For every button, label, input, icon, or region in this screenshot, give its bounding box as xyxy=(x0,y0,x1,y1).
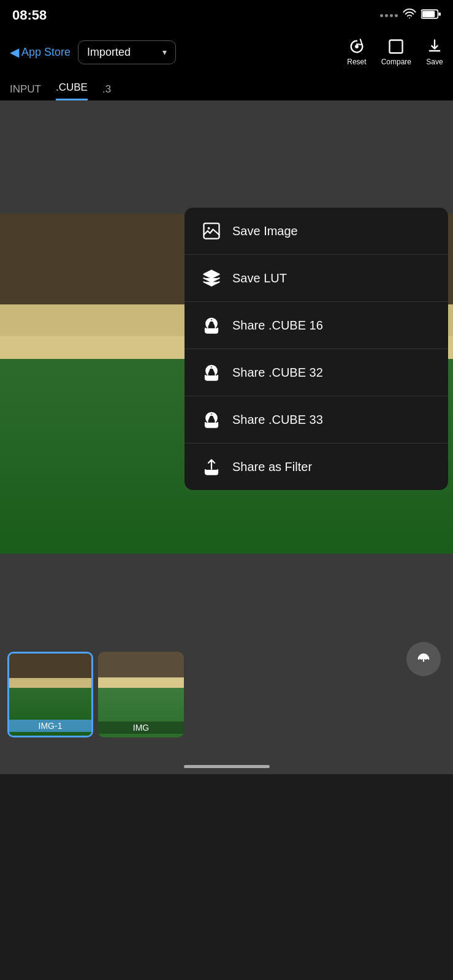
share-cube32-icon xyxy=(202,363,221,382)
bottom-area: IMG-1 IMG xyxy=(0,554,453,774)
save-button[interactable]: Save xyxy=(426,38,443,66)
dropdown-arrow-icon: ▾ xyxy=(162,47,167,57)
filmstrip-item-img2[interactable]: IMG xyxy=(98,652,184,737)
back-button[interactable]: ◀ App Store xyxy=(10,45,70,59)
share-filter-icon xyxy=(202,457,221,477)
tab-cube[interactable]: .CUBE xyxy=(56,81,88,100)
svg-point-3 xyxy=(355,45,359,48)
share-cube33-icon xyxy=(202,410,221,429)
share-filter-label: Share as Filter xyxy=(232,460,312,474)
tab-input[interactable]: INPUT xyxy=(10,83,41,100)
status-bar: 08:58 xyxy=(0,0,453,31)
image-area: Save Image Save LUT xyxy=(0,100,453,554)
compare-button[interactable]: Compare xyxy=(381,38,411,66)
reset-button[interactable]: Reset xyxy=(347,38,366,66)
save-lut-label: Save LUT xyxy=(232,271,287,285)
svg-rect-4 xyxy=(390,40,403,53)
menu-item-share-filter[interactable]: Share as Filter xyxy=(185,443,448,490)
save-icon xyxy=(426,38,443,55)
share-cube16-label: Share .CUBE 16 xyxy=(232,318,323,333)
tab-cube2[interactable]: .3 xyxy=(102,83,111,100)
filmstrip-label-2: IMG xyxy=(98,722,184,734)
share-cube32-label: Share .CUBE 32 xyxy=(232,366,323,380)
share-cube33-label: Share .CUBE 33 xyxy=(232,413,323,427)
home-indicator xyxy=(184,765,270,768)
status-icons xyxy=(380,7,441,23)
share-cube16-icon xyxy=(202,315,221,335)
reset-label: Reset xyxy=(347,58,366,66)
battery-icon xyxy=(421,9,441,22)
save-label: Save xyxy=(426,58,443,66)
compare-label: Compare xyxy=(381,58,411,66)
compare-icon xyxy=(387,38,405,55)
save-image-label: Save Image xyxy=(232,224,298,238)
tabs-bar: INPUT .CUBE .3 xyxy=(0,74,453,100)
filmstrip: IMG-1 IMG xyxy=(0,627,453,737)
top-bar: ◀ App Store Imported ▾ Reset Compare xyxy=(0,31,453,74)
back-label: App Store xyxy=(21,46,70,59)
lut-dropdown-label: Imported xyxy=(87,46,156,59)
svg-point-6 xyxy=(208,227,210,230)
lut-dropdown[interactable]: Imported ▾ xyxy=(78,40,176,64)
signal-icon xyxy=(380,14,398,17)
save-image-icon xyxy=(202,221,221,241)
back-chevron-icon: ◀ xyxy=(10,45,19,59)
menu-item-share-cube16[interactable]: Share .CUBE 16 xyxy=(185,302,448,349)
menu-item-share-cube33[interactable]: Share .CUBE 33 xyxy=(185,396,448,443)
filmstrip-label-1: IMG-1 xyxy=(9,720,91,732)
wifi-icon xyxy=(403,7,416,23)
reset-icon xyxy=(348,38,365,55)
menu-item-share-cube32[interactable]: Share .CUBE 32 xyxy=(185,349,448,396)
svg-rect-2 xyxy=(439,12,441,16)
save-lut-icon xyxy=(202,268,221,288)
filmstrip-item-img1[interactable]: IMG-1 xyxy=(7,652,93,737)
status-time: 08:58 xyxy=(12,7,47,23)
menu-item-save-lut[interactable]: Save LUT xyxy=(185,255,448,302)
dropdown-menu: Save Image Save LUT xyxy=(185,208,448,490)
menu-item-save-image[interactable]: Save Image xyxy=(185,208,448,255)
top-actions: Reset Compare Save xyxy=(347,38,443,66)
svg-rect-1 xyxy=(422,11,435,17)
